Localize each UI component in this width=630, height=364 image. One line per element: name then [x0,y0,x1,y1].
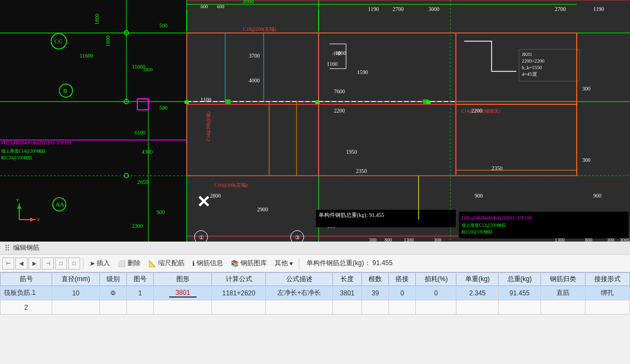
svg-text:900: 900 [593,193,601,199]
nav-next-button[interactable]: ▶ [29,257,41,270]
table-row[interactable]: 筏板负筋.1 10 Φ 1 3801 1181+2620 左净长+右净长 380… [1,286,630,300]
rebar-library-button[interactable]: 📚 钢筋图库 [227,257,270,270]
cell-lap-2 [389,300,416,315]
cell-figure-num-2 [126,300,153,315]
svg-text:JK01: JK01 [522,52,532,57]
toolbar: ⊢ ◀ ▶ ⊣ □ □ ➤ 插入 ⬜ 删除 📐 缩尺配筋 ℹ 钢筋信息 📚 [0,255,630,272]
scale-rebar-button[interactable]: 📐 缩尺配筋 [145,257,188,270]
svg-text:2650: 2650 [137,179,148,185]
svg-text:1950: 1950 [346,149,357,155]
cell-unit-weight-2 [456,300,499,315]
col-header-shape: 图形 [154,273,212,286]
col-header-length: 长度 [333,273,362,286]
svg-text:X: X [37,217,40,222]
cell-count-1: 39 [362,286,389,300]
col-header-lap: 搭接 [389,273,416,286]
svg-text:300: 300 [582,86,590,92]
bottom-panel: ⠿ 编辑钢筋 ⊢ ◀ ▶ ⊣ □ □ ➤ 插入 ⬜ 删除 📐 缩尺配筋 ℹ [0,242,630,364]
svg-text:框C20@180钢筋: 框C20@180钢筋 [461,229,493,234]
svg-text:900: 900 [475,193,483,199]
svg-text:1100: 1100 [200,97,211,103]
table-row[interactable]: 2 [1,300,630,315]
cell-category-2 [540,300,585,315]
svg-text:3000: 3000 [428,6,439,12]
cell-splice-2 [585,300,629,315]
delete-button[interactable]: ⬜ 删除 [114,257,144,270]
cad-drawing: FB2:φHRB400,Φd22G101-3*P109 墙上厚度C14@200钢… [0,0,630,242]
svg-rect-1 [0,0,187,242]
cell-grade-1: Φ [99,286,126,300]
cell-row-num-2: 2 [1,300,52,315]
cell-splice-1: 绑扎 [585,286,629,300]
cell-length-1: 3801 [333,286,362,300]
weight-label: 单构件钢筋总重(kg)： 91.455 [306,259,393,268]
cell-figure-num-1: 1 [126,286,153,300]
svg-text:500: 500 [159,23,168,29]
svg-text:1590: 1590 [357,69,368,75]
svg-text:4300: 4300 [142,149,153,155]
svg-text:框C20@200钢筋: 框C20@200钢筋 [1,155,32,160]
insert-icon: ➤ [90,260,95,267]
svg-text:CC: CC [54,38,63,44]
svg-text:1190: 1190 [593,6,604,12]
cell-formula-2 [212,300,266,315]
data-table: 筋号 直径(mm) 级别 图号 图形 计算公式 公式描述 长度 根数 搭接 损耗… [0,272,630,364]
panel-title-text: 编辑钢筋 [13,243,40,253]
insert-button[interactable]: ➤ 插入 [86,257,113,270]
nav-box2-button[interactable]: □ [68,257,80,270]
svg-text:FB2:φHRB400,Φd22G101-3*P109: FB2:φHRB400,Φd22G101-3*P109 [1,140,72,145]
svg-text:6100: 6100 [135,130,146,136]
svg-text:AA: AA [55,201,64,208]
delete-icon: ⬜ [118,260,126,267]
nav-first-button[interactable]: ⊢ [2,257,14,270]
svg-text:500: 500 [159,105,168,111]
svg-text:1800: 1800 [105,36,111,47]
cell-unit-weight-1: 2.345 [456,286,499,300]
svg-rect-111 [185,100,189,104]
nav-last-button[interactable]: ⊣ [42,257,54,270]
col-header-formula-desc: 公式描述 [266,273,333,286]
svg-text:300: 300 [434,237,442,242]
panel-title: ⠿ 编辑钢筋 [0,242,630,255]
svg-text:1300: 1300 [555,237,565,242]
svg-rect-113 [426,100,431,104]
svg-text:2300: 2300 [132,223,143,229]
svg-text:单构件钢筋总重(kg): 91.455: 单构件钢筋总重(kg): 91.455 [319,212,384,219]
cell-total-weight-2 [499,300,541,315]
svg-rect-2 [187,0,630,242]
scale-rebar-icon: 📐 [148,260,157,267]
svg-text:4000: 4000 [249,77,260,83]
col-header-count: 根数 [362,273,389,286]
cell-jinjin-1: 筏板负筋.1 [1,286,52,300]
cell-formula-1: 1181+2620 [212,286,266,300]
cell-count-2 [362,300,389,315]
col-header-grade: 级别 [99,273,126,286]
nav-prev-button[interactable]: ◀ [15,257,27,270]
cell-diameter-2 [52,300,99,315]
dropdown-arrow-icon: ▾ [289,260,293,267]
svg-text:FB1:φHRB400,Φd22G101-3*P109: FB1:φHRB400,Φd22G101-3*P109 [461,215,532,221]
cell-diameter-1: 10 [52,286,99,300]
svg-text:7600: 7600 [334,88,345,94]
cell-shape-1: 3801 [154,286,212,300]
svg-text:✕: ✕ [197,193,210,211]
svg-text:③: ③ [295,234,300,240]
svg-text:h_k=1550: h_k=1550 [522,65,542,70]
svg-text:300: 300 [582,157,590,163]
svg-text:小坡: 小坡 [332,51,341,56]
svg-text:2350: 2350 [356,168,367,174]
cell-formula-desc-2 [266,300,333,315]
svg-text:2200: 2200 [471,108,482,114]
cell-formula-desc-1: 左净长+右净长 [266,286,333,300]
nav-box1-button[interactable]: □ [55,257,67,270]
svg-text:800: 800 [384,237,392,242]
svg-text:800: 800 [585,237,593,242]
svg-text:1300: 1300 [404,237,414,242]
cell-length-2 [333,300,362,315]
svg-text:2700: 2700 [555,6,566,12]
other-button[interactable]: 其他 ▾ [271,257,296,270]
svg-text:2350: 2350 [492,165,503,171]
svg-text:1800: 1800 [94,14,100,25]
rebar-info-button[interactable]: ℹ 钢筋信息 [189,257,226,270]
rebar-library-icon: 📚 [231,260,239,267]
